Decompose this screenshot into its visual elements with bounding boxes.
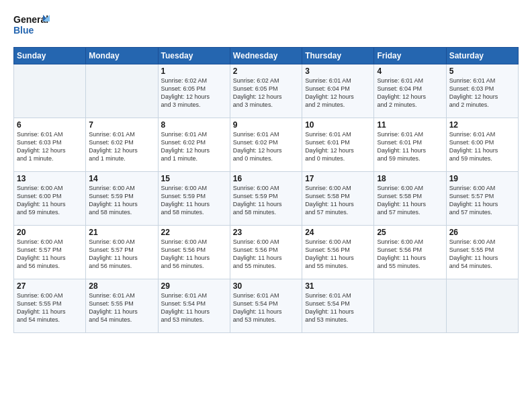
weekday-header-monday: Monday [86,48,158,64]
calendar-cell: 30Sunrise: 6:01 AM Sunset: 5:54 PM Dayli… [230,279,302,333]
day-number: 12 [449,120,515,130]
day-info: Sunrise: 6:01 AM Sunset: 5:54 PM Dayligh… [233,291,299,324]
calendar-cell: 10Sunrise: 6:01 AM Sunset: 6:01 PM Dayli… [302,118,374,172]
calendar-cell: 12Sunrise: 6:01 AM Sunset: 6:00 PM Dayli… [446,118,518,172]
calendar-cell: 8Sunrise: 6:01 AM Sunset: 6:02 PM Daylig… [158,118,230,172]
calendar-cell: 17Sunrise: 6:00 AM Sunset: 5:58 PM Dayli… [302,172,374,226]
week-row-2: 6Sunrise: 6:01 AM Sunset: 6:03 PM Daylig… [14,118,519,172]
day-number: 8 [161,120,227,130]
day-number: 20 [17,228,83,237]
calendar-cell: 21Sunrise: 6:00 AM Sunset: 5:57 PM Dayli… [86,226,158,279]
day-number: 2 [233,66,299,76]
calendar-cell: 6Sunrise: 6:01 AM Sunset: 6:03 PM Daylig… [14,118,86,172]
day-info: Sunrise: 6:01 AM Sunset: 6:04 PM Dayligh… [305,77,371,109]
calendar-cell: 18Sunrise: 6:00 AM Sunset: 5:58 PM Dayli… [374,172,446,226]
calendar-cell: 1Sunrise: 6:02 AM Sunset: 6:05 PM Daylig… [158,64,230,118]
calendar-cell: 14Sunrise: 6:00 AM Sunset: 5:59 PM Dayli… [86,172,158,226]
day-info: Sunrise: 6:00 AM Sunset: 5:59 PM Dayligh… [89,184,154,217]
day-number: 4 [377,66,443,76]
day-number: 25 [377,228,443,237]
day-info: Sunrise: 6:00 AM Sunset: 5:56 PM Dayligh… [233,238,299,271]
day-number: 1 [161,66,227,76]
weekday-header-saturday: Saturday [446,48,518,64]
day-info: Sunrise: 6:01 AM Sunset: 5:54 PM Dayligh… [161,291,227,324]
day-info: Sunrise: 6:00 AM Sunset: 5:56 PM Dayligh… [377,238,443,271]
day-info: Sunrise: 6:00 AM Sunset: 5:59 PM Dayligh… [233,184,299,217]
day-number: 18 [377,174,443,183]
calendar-cell [14,64,86,118]
day-number: 21 [89,228,154,237]
day-number: 13 [17,174,83,183]
day-info: Sunrise: 6:00 AM Sunset: 5:59 PM Dayligh… [161,184,227,217]
calendar-cell: 19Sunrise: 6:00 AM Sunset: 5:57 PM Dayli… [446,172,518,226]
day-info: Sunrise: 6:01 AM Sunset: 6:02 PM Dayligh… [89,130,154,163]
day-info: Sunrise: 6:01 AM Sunset: 5:54 PM Dayligh… [305,291,371,324]
calendar-cell: 5Sunrise: 6:01 AM Sunset: 6:03 PM Daylig… [446,64,518,118]
day-info: Sunrise: 6:00 AM Sunset: 5:56 PM Dayligh… [305,238,371,271]
calendar-cell: 25Sunrise: 6:00 AM Sunset: 5:56 PM Dayli… [374,226,446,279]
day-info: Sunrise: 6:00 AM Sunset: 5:57 PM Dayligh… [89,238,154,271]
calendar-cell: 22Sunrise: 6:00 AM Sunset: 5:56 PM Dayli… [158,226,230,279]
day-info: Sunrise: 6:00 AM Sunset: 5:57 PM Dayligh… [449,184,515,217]
day-number: 14 [89,174,154,183]
day-info: Sunrise: 6:00 AM Sunset: 5:55 PM Dayligh… [17,291,83,324]
day-info: Sunrise: 6:01 AM Sunset: 6:02 PM Dayligh… [161,130,227,163]
day-number: 19 [449,174,515,183]
calendar-cell [86,64,158,118]
calendar-cell: 4Sunrise: 6:01 AM Sunset: 6:04 PM Daylig… [374,64,446,118]
weekday-header-thursday: Thursday [302,48,374,64]
day-number: 9 [233,120,299,130]
day-info: Sunrise: 6:00 AM Sunset: 5:58 PM Dayligh… [377,184,443,217]
weekday-header-sunday: Sunday [14,48,86,64]
day-number: 6 [17,120,83,130]
day-number: 27 [17,281,83,291]
day-info: Sunrise: 6:01 AM Sunset: 6:01 PM Dayligh… [305,130,371,163]
day-number: 15 [161,174,227,183]
day-number: 31 [305,281,371,291]
day-number: 11 [377,120,443,130]
page: General Blue SundayMondayTuesdayWednesda… [0,0,532,411]
day-info: Sunrise: 6:01 AM Sunset: 6:01 PM Dayligh… [377,130,443,163]
week-row-4: 20Sunrise: 6:00 AM Sunset: 5:57 PM Dayli… [14,226,519,279]
weekday-header-friday: Friday [374,48,446,64]
logo: General Blue [13,12,50,40]
week-row-5: 27Sunrise: 6:00 AM Sunset: 5:55 PM Dayli… [14,279,519,333]
calendar-cell: 31Sunrise: 6:01 AM Sunset: 5:54 PM Dayli… [302,279,374,333]
calendar-table: SundayMondayTuesdayWednesdayThursdayFrid… [13,47,519,333]
day-info: Sunrise: 6:01 AM Sunset: 6:03 PM Dayligh… [17,130,83,163]
day-number: 5 [449,66,515,76]
day-number: 17 [305,174,371,183]
calendar-body: 1Sunrise: 6:02 AM Sunset: 6:05 PM Daylig… [14,64,519,333]
weekday-header-tuesday: Tuesday [158,48,230,64]
day-info: Sunrise: 6:00 AM Sunset: 5:56 PM Dayligh… [161,238,227,271]
day-info: Sunrise: 6:01 AM Sunset: 6:04 PM Dayligh… [377,77,443,109]
day-number: 30 [233,281,299,291]
day-number: 24 [305,228,371,237]
calendar-cell [446,279,518,333]
logo-svg: General Blue [13,12,50,40]
calendar-cell: 9Sunrise: 6:01 AM Sunset: 6:02 PM Daylig… [230,118,302,172]
weekday-header-wednesday: Wednesday [230,48,302,64]
calendar-cell: 16Sunrise: 6:00 AM Sunset: 5:59 PM Dayli… [230,172,302,226]
calendar-cell [374,279,446,333]
svg-text:Blue: Blue [13,25,34,36]
calendar-cell: 29Sunrise: 6:01 AM Sunset: 5:54 PM Dayli… [158,279,230,333]
day-info: Sunrise: 6:02 AM Sunset: 6:05 PM Dayligh… [233,77,299,109]
week-row-1: 1Sunrise: 6:02 AM Sunset: 6:05 PM Daylig… [14,64,519,118]
calendar-cell: 11Sunrise: 6:01 AM Sunset: 6:01 PM Dayli… [374,118,446,172]
calendar-cell: 20Sunrise: 6:00 AM Sunset: 5:57 PM Dayli… [14,226,86,279]
weekday-header-row: SundayMondayTuesdayWednesdayThursdayFrid… [14,48,519,64]
day-number: 3 [305,66,371,76]
calendar-cell: 26Sunrise: 6:00 AM Sunset: 5:55 PM Dayli… [446,226,518,279]
day-number: 29 [161,281,227,291]
calendar-cell: 24Sunrise: 6:00 AM Sunset: 5:56 PM Dayli… [302,226,374,279]
calendar-cell: 7Sunrise: 6:01 AM Sunset: 6:02 PM Daylig… [86,118,158,172]
day-number: 10 [305,120,371,130]
day-number: 26 [449,228,515,237]
calendar-cell: 13Sunrise: 6:00 AM Sunset: 6:00 PM Dayli… [14,172,86,226]
day-info: Sunrise: 6:00 AM Sunset: 6:00 PM Dayligh… [17,184,83,217]
day-number: 7 [89,120,154,130]
calendar-cell: 3Sunrise: 6:01 AM Sunset: 6:04 PM Daylig… [302,64,374,118]
day-number: 22 [161,228,227,237]
calendar-cell: 2Sunrise: 6:02 AM Sunset: 6:05 PM Daylig… [230,64,302,118]
